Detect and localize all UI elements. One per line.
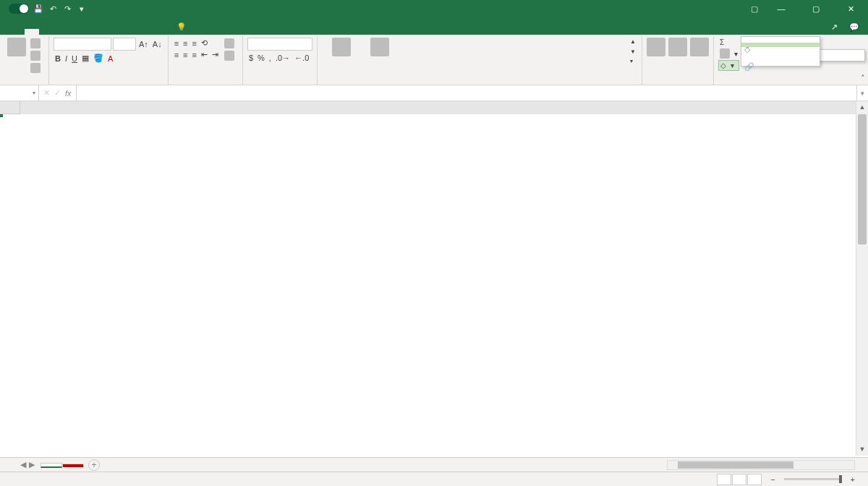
align-right-button[interactable]: ≡ (191, 50, 198, 60)
format-icon (690, 38, 709, 56)
tab-formulas[interactable] (88, 29, 103, 35)
spreadsheet-grid[interactable] (0, 101, 868, 457)
column-headers (0, 101, 868, 114)
zoom-in-button[interactable]: + (851, 475, 855, 484)
redo-icon[interactable]: ↷ (62, 4, 72, 14)
close-button[interactable]: ✕ (838, 0, 864, 17)
scroll-up-arrow[interactable]: ▲ (856, 101, 868, 114)
collapse-ribbon-button[interactable]: ˄ (861, 74, 865, 83)
copy-button[interactable] (29, 50, 44, 61)
enter-formula-button[interactable]: ✓ (54, 88, 61, 98)
styles-scroll-down[interactable]: ▼ (629, 48, 637, 56)
styles-scroll-up[interactable]: ▲ (629, 38, 637, 46)
align-top-button[interactable]: ≡ (173, 38, 180, 48)
fill-button[interactable]: ▾ (718, 48, 739, 59)
percent-button[interactable]: % (256, 53, 266, 63)
decrease-indent-button[interactable]: ⇤ (200, 49, 209, 60)
cancel-formula-button[interactable]: ✕ (43, 88, 50, 98)
tab-page-layout[interactable] (72, 29, 87, 35)
bold-button[interactable]: B (54, 54, 62, 64)
align-bottom-button[interactable]: ≡ (191, 38, 198, 48)
comments-button[interactable]: 💬 (845, 21, 864, 33)
copy-icon (30, 51, 41, 61)
insert-icon (647, 38, 665, 56)
wrap-text-button[interactable] (223, 38, 238, 49)
tell-me-search[interactable]: 💡 (176, 22, 190, 35)
sheet-nav-prev[interactable]: ◀ (20, 460, 26, 469)
increase-indent-button[interactable]: ⇥ (210, 49, 220, 60)
tab-insert[interactable] (41, 29, 55, 35)
scroll-down-arrow[interactable]: ▼ (856, 443, 868, 456)
sheet-nav-next[interactable]: ▶ (29, 460, 35, 469)
number-label (247, 84, 312, 85)
new-sheet-button[interactable]: + (88, 459, 100, 471)
group-alignment: ≡ ≡ ≡ ⟲ ≡ ≡ ≡ ⇤ ⇥ (169, 36, 243, 85)
increase-decimal-button[interactable]: .0→ (274, 53, 292, 63)
autosave-toggle[interactable] (9, 4, 29, 14)
ribbon-display-icon[interactable]: ▢ (749, 4, 760, 14)
select-all-corner[interactable] (0, 101, 20, 114)
orientation-button[interactable]: ⟲ (200, 38, 209, 48)
zoom-out-button[interactable]: − (770, 475, 775, 484)
align-middle-button[interactable]: ≡ (182, 38, 189, 48)
fill-color-button[interactable]: 🪣 (92, 53, 105, 64)
styles-more[interactable]: ▾ (629, 57, 637, 65)
undo-icon[interactable]: ↶ (48, 4, 58, 14)
selection-outline (0, 114, 3, 117)
decrease-font-button[interactable]: A↓ (151, 39, 163, 49)
delete-cells-button[interactable] (668, 38, 687, 57)
qat-dropdown-icon[interactable]: ▾ (77, 4, 87, 14)
tab-data[interactable] (104, 29, 119, 35)
conditional-formatting-button[interactable] (322, 38, 361, 57)
decrease-decimal-button[interactable]: ←.0 (293, 53, 310, 63)
comma-button[interactable]: , (268, 53, 273, 63)
horizontal-scrollbar[interactable] (667, 460, 855, 470)
font-size-select[interactable] (113, 38, 136, 51)
tab-home[interactable] (25, 29, 39, 35)
font-family-select[interactable] (54, 38, 111, 51)
vertical-scrollbar[interactable]: ▲ ▼ (856, 101, 868, 456)
tab-help[interactable] (152, 29, 166, 35)
align-center-button[interactable]: ≡ (182, 50, 189, 60)
expand-formula-bar[interactable]: ▾ (856, 85, 868, 101)
merge-center-button[interactable] (223, 50, 238, 61)
number-format-select[interactable] (247, 38, 312, 51)
font-color-button[interactable]: A (106, 54, 114, 64)
format-cells-button[interactable] (690, 38, 709, 57)
clear-dropdown-menu: ◇ ◇ 🔗 (741, 36, 820, 67)
cut-button[interactable] (29, 38, 44, 49)
cell-styles-gallery[interactable] (399, 38, 626, 64)
format-painter-button[interactable] (29, 62, 44, 74)
align-left-button[interactable]: ≡ (173, 50, 180, 60)
titlebar: 💾 ↶ ↷ ▾ ▢ — ▢ ✕ (0, 0, 868, 17)
tab-review[interactable] (120, 29, 135, 35)
paste-button[interactable] (7, 38, 26, 57)
scroll-thumb[interactable] (858, 114, 867, 244)
page-break-view-button[interactable] (747, 474, 762, 485)
tab-file[interactable] (6, 29, 23, 35)
clear-button[interactable]: ◇ ▾ (718, 60, 739, 71)
insert-cells-button[interactable] (647, 38, 665, 57)
lightbulb-icon: 💡 (176, 22, 187, 32)
tab-view[interactable] (136, 29, 150, 35)
save-icon[interactable]: 💾 (33, 4, 43, 14)
name-box[interactable] (0, 85, 39, 101)
normal-view-button[interactable] (717, 474, 731, 485)
share-button[interactable]: ↗ (827, 21, 842, 33)
accounting-button[interactable]: $ (247, 53, 255, 63)
increase-font-button[interactable]: A↑ (137, 39, 150, 49)
zoom-slider[interactable] (784, 478, 842, 480)
underline-button[interactable]: U (70, 54, 79, 64)
format-as-table-button[interactable] (364, 38, 396, 57)
border-button[interactable]: ▦ (80, 53, 90, 64)
italic-button[interactable]: I (64, 54, 69, 64)
page-layout-view-button[interactable] (732, 474, 746, 485)
minimize-button[interactable]: — (768, 0, 794, 17)
sheet-tab-week1[interactable] (41, 463, 62, 468)
fx-button[interactable]: fx (65, 89, 72, 98)
maximize-button[interactable]: ▢ (803, 0, 829, 17)
tab-draw[interactable] (56, 29, 71, 35)
autosum-button[interactable]: Σ (718, 38, 739, 47)
hscroll-thumb[interactable] (678, 461, 793, 469)
sheet-tab-week2[interactable] (62, 464, 84, 467)
